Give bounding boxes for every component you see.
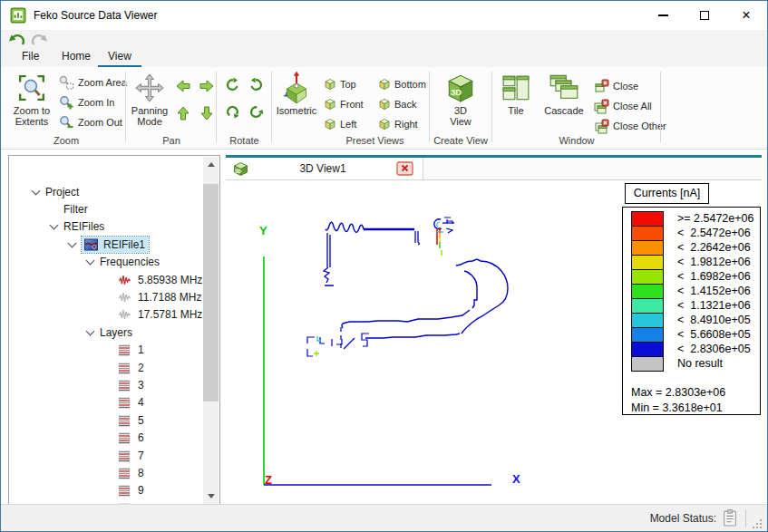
panning-mode-button[interactable]: Panning Mode <box>128 71 171 127</box>
legend-entry-label: < 1.6982e+06 <box>677 269 751 285</box>
cube-icon <box>376 97 392 112</box>
isometric-icon <box>273 71 320 105</box>
preset-bottom-button[interactable]: Bottom <box>376 74 434 94</box>
legend-swatch <box>631 327 664 343</box>
wave-red-icon <box>118 273 134 287</box>
tree-item-frequencies[interactable]: Frequencies <box>9 254 219 271</box>
tab-view[interactable]: View <box>98 50 141 67</box>
close-other-button[interactable]: Close Other <box>594 117 666 135</box>
tree-item-4[interactable]: 4 <box>9 394 219 411</box>
close-other-icon <box>594 119 609 134</box>
rotate-ccw-icon <box>225 77 240 92</box>
close-button[interactable]: × <box>725 1 767 30</box>
legend-min-value: Min = 3.3618e+01 <box>631 401 723 414</box>
layers-icon <box>118 413 134 428</box>
pan-down-button[interactable] <box>197 103 217 123</box>
tree-item-label: 3 <box>138 379 144 392</box>
rotate-down-button[interactable] <box>246 102 266 121</box>
scrollbar-down-arrow[interactable] <box>203 488 219 504</box>
maximize-button[interactable] <box>684 1 725 30</box>
close-view-tab-button[interactable] <box>396 161 413 176</box>
tree-item-layers[interactable]: Layers <box>9 324 219 341</box>
redo-button[interactable] <box>30 32 48 48</box>
tree-item-7[interactable]: 7 <box>9 447 219 464</box>
3d-viewport[interactable]: YZX Currents [nA] >= 2.5472e+06< 2.5472e… <box>226 180 762 506</box>
expander-chevron[interactable] <box>68 238 77 247</box>
tile-button[interactable]: Tile <box>496 71 536 116</box>
preset-label: Right <box>394 119 418 130</box>
tab-file[interactable]: File <box>14 50 47 67</box>
tree-item-9[interactable]: 9 <box>9 482 219 499</box>
expander-chevron[interactable] <box>86 256 95 266</box>
tree-item-2[interactable]: 2 <box>9 359 219 376</box>
rotate-up-button[interactable] <box>222 102 242 121</box>
pan-up-button[interactable] <box>173 103 193 123</box>
tab-3d-view1[interactable]: 3D 3D View1 <box>226 158 423 179</box>
minimize-button[interactable] <box>642 1 684 30</box>
arrow-up-icon <box>176 106 190 121</box>
tree-item-reifile1[interactable]: REIFile1 <box>9 236 219 253</box>
tree-item-project[interactable]: Project <box>9 183 219 200</box>
cube-icon <box>322 77 337 92</box>
preset-left-button[interactable]: Left <box>322 114 374 134</box>
group-separator <box>660 72 661 142</box>
3d-view-button[interactable]: 3D 3D View <box>435 71 486 127</box>
scrollbar-thumb[interactable] <box>203 184 219 401</box>
isometric-button[interactable]: Isometric <box>273 71 320 116</box>
preset-views-group: Isometric TopFrontLeftBottomBackRight Pr… <box>273 67 428 149</box>
cube-icon <box>376 77 392 92</box>
close-icon: × <box>742 8 750 23</box>
undo-button[interactable] <box>8 32 26 48</box>
close-view-button[interactable]: Close <box>594 77 638 95</box>
zoom-in-button[interactable]: Zoom In <box>59 93 114 111</box>
3d-cube-icon: 3D <box>435 71 486 105</box>
preset-back-button[interactable]: Back <box>376 94 434 114</box>
tree-item-11-7188-mhz[interactable]: 11.7188 MHz <box>9 288 219 305</box>
tree-item-filter[interactable]: Filter <box>9 200 219 218</box>
legend-entry-label: < 1.1321e+06 <box>677 298 751 314</box>
view-tab-bar: 3D 3D View1 <box>226 155 762 180</box>
rotate-cw-icon <box>248 77 264 92</box>
rotate-right-button[interactable] <box>246 74 266 94</box>
rotate-up-icon <box>222 102 243 122</box>
expander-chevron[interactable] <box>32 186 41 195</box>
tree-item-3[interactable]: 3 <box>9 376 219 393</box>
legend-entry: < 1.4152e+06 <box>631 284 753 299</box>
tree-item-6[interactable]: 6 <box>9 429 219 446</box>
zoom-to-extents-button[interactable]: Zoom to Extents <box>8 71 55 127</box>
pan-right-button[interactable] <box>197 76 217 96</box>
tree-item-reifiles[interactable]: REIFiles <box>9 218 219 236</box>
tree-item-17-5781-mhz[interactable]: 17.5781 MHz <box>9 306 219 324</box>
cascade-button[interactable]: Cascade <box>538 71 590 116</box>
tree-item-5-85938-mhz[interactable]: 5.85938 MHz <box>9 271 219 288</box>
legend-swatch <box>631 313 664 328</box>
preset-right-button[interactable]: Right <box>376 114 434 134</box>
model-status-icon[interactable] <box>723 509 737 527</box>
legend-entry: < 5.6608e+05 <box>631 327 753 343</box>
tab-home[interactable]: Home <box>53 50 99 67</box>
zoom-out-button[interactable]: Zoom Out <box>59 113 122 131</box>
expander-chevron[interactable] <box>50 221 59 230</box>
legend-swatch <box>631 356 664 372</box>
legend-entry-label: < 2.8306e+05 <box>677 342 751 357</box>
tree-item-label: 5 <box>138 414 144 427</box>
arrow-right-icon <box>199 79 214 93</box>
pan-left-button[interactable] <box>173 76 193 96</box>
tree-item-8[interactable]: 8 <box>9 464 219 481</box>
app-window: Feko Source Data Viewer × File Home View… <box>0 0 768 532</box>
close-all-button[interactable]: Close All <box>594 97 652 115</box>
expander-chevron[interactable] <box>86 326 95 335</box>
preset-front-button[interactable]: Front <box>322 94 374 114</box>
rotate-left-button[interactable] <box>222 74 242 94</box>
tree-scrollbar[interactable] <box>203 157 219 504</box>
window-group: Tile Cascade Close Close All Close Other… <box>494 67 659 149</box>
scrollbar-up-arrow[interactable] <box>203 157 219 172</box>
cube-icon <box>322 117 337 132</box>
preset-top-button[interactable]: Top <box>322 74 374 94</box>
resize-grip[interactable] <box>752 518 763 529</box>
tree-item-5[interactable]: 5 <box>9 411 219 429</box>
zoom-area-button[interactable]: Zoom Area <box>59 73 127 92</box>
tree-item-1[interactable]: 1 <box>9 342 219 359</box>
close-window-icon <box>594 79 609 94</box>
pan-group: Panning Mode Pan <box>128 67 215 149</box>
